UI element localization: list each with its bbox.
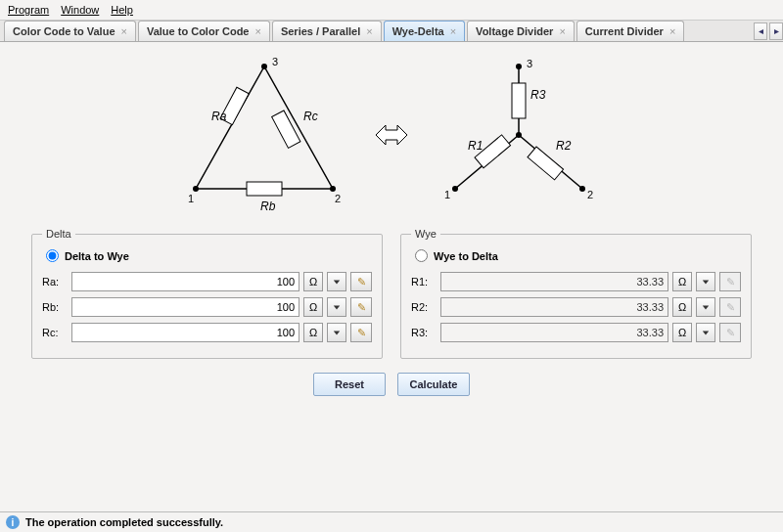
svg-marker-18 <box>334 280 340 284</box>
svg-point-13 <box>452 186 458 192</box>
close-icon[interactable]: × <box>254 25 260 37</box>
tab-scroll-right[interactable]: ▸ <box>769 22 783 40</box>
svg-point-2 <box>193 186 199 192</box>
r1-row: R1: Ω ✎ <box>411 272 741 291</box>
tab-current-divider[interactable]: Current Divider × <box>576 21 685 41</box>
rc-label: Rc: <box>42 327 68 338</box>
tab-wye-delta[interactable]: Wye-Delta × <box>384 21 465 41</box>
label-rc: Rc <box>303 110 318 123</box>
status-text: The operation completed successfully. <box>25 516 223 528</box>
calculate-button[interactable]: Calculate <box>397 373 470 396</box>
r2-row: R2: Ω ✎ <box>411 297 741 317</box>
rb-unit[interactable]: Ω <box>303 297 323 317</box>
rb-input[interactable] <box>71 297 299 317</box>
r1-unit-dropdown[interactable] <box>696 272 715 291</box>
close-icon[interactable]: × <box>121 25 127 37</box>
r1-clear-button: ✎ <box>719 272 741 291</box>
close-icon[interactable]: × <box>559 25 565 37</box>
node-1: 1 <box>188 193 194 204</box>
tab-scroll-left[interactable]: ◂ <box>754 22 767 40</box>
close-icon[interactable]: × <box>450 25 456 37</box>
close-icon[interactable]: × <box>366 25 372 37</box>
delta-legend: Delta <box>42 228 75 240</box>
r3-row: R3: Ω ✎ <box>411 323 741 342</box>
svg-rect-6 <box>247 182 282 196</box>
action-buttons: Reset Calculate <box>20 373 763 396</box>
r2-unit[interactable]: Ω <box>672 297 692 317</box>
delta-to-wye-radio-row[interactable]: Delta to Wye <box>46 249 372 262</box>
svg-point-14 <box>579 186 585 192</box>
tab-label: Voltage Divider <box>476 25 553 37</box>
label-r3: R3 <box>530 88 546 102</box>
r3-unit-dropdown[interactable] <box>696 323 715 342</box>
tab-value-to-color-code[interactable]: Value to Color Code × <box>138 21 270 41</box>
rc-input[interactable] <box>71 323 299 342</box>
r3-unit[interactable]: Ω <box>672 323 692 342</box>
tab-label: Value to Color Code <box>147 25 250 37</box>
ra-unit[interactable]: Ω <box>303 272 323 291</box>
r2-label: R2: <box>411 301 437 313</box>
svg-point-3 <box>330 186 336 192</box>
svg-point-12 <box>516 132 522 138</box>
svg-marker-0 <box>196 66 333 189</box>
wye-to-delta-radio[interactable] <box>415 249 428 262</box>
tab-series-parallel[interactable]: Series / Parallel × <box>272 21 382 41</box>
status-bar: i The operation completed successfully. <box>0 511 783 532</box>
r1-unit[interactable]: Ω <box>672 272 692 291</box>
tab-nav: ◂ ▸ <box>752 21 783 41</box>
content-area: Ra Rc Rb 3 1 2 R3 R1 R2 <box>0 42 783 396</box>
reset-button[interactable]: Reset <box>313 373 386 396</box>
diagram-row: Ra Rc Rb 3 1 2 R3 R1 R2 <box>20 52 763 218</box>
svg-rect-15 <box>512 83 526 118</box>
svg-point-1 <box>261 64 267 69</box>
r2-unit-dropdown[interactable] <box>696 297 715 317</box>
wye-diagram: R3 R1 R2 3 1 2 <box>421 52 617 218</box>
label-rb: Rb <box>260 200 276 213</box>
label-r1: R1 <box>468 139 483 153</box>
node-2: 2 <box>587 189 593 200</box>
delta-panel: Delta Delta to Wye Ra: Ω ✎ Rb: Ω ✎ Rc: <box>31 228 383 359</box>
rb-row: Rb: Ω ✎ <box>42 297 372 317</box>
radio-label: Wye to Delta <box>434 250 498 262</box>
r3-label: R3: <box>411 327 437 338</box>
svg-point-11 <box>516 64 522 69</box>
tab-label: Series / Parallel <box>281 25 360 37</box>
svg-marker-21 <box>703 280 709 284</box>
tab-label: Wye-Delta <box>392 25 444 37</box>
ra-row: Ra: Ω ✎ <box>42 272 372 291</box>
rb-unit-dropdown[interactable] <box>327 297 346 317</box>
r1-output <box>440 272 668 291</box>
rb-label: Rb: <box>42 301 68 313</box>
wye-to-delta-radio-row[interactable]: Wye to Delta <box>415 249 741 262</box>
rc-unit-dropdown[interactable] <box>327 323 346 342</box>
tab-color-code-to-value[interactable]: Color Code to Value × <box>4 21 136 41</box>
r2-clear-button: ✎ <box>719 297 741 317</box>
rc-unit[interactable]: Ω <box>303 323 323 342</box>
ra-unit-dropdown[interactable] <box>327 272 346 291</box>
rb-clear-button[interactable]: ✎ <box>350 297 372 317</box>
rc-row: Rc: Ω ✎ <box>42 323 372 342</box>
tab-bar: Color Code to Value × Value to Color Cod… <box>0 21 783 42</box>
ra-clear-button[interactable]: ✎ <box>350 272 372 291</box>
bidirectional-arrow-icon <box>372 52 411 218</box>
wye-panel: Wye Wye to Delta R1: Ω ✎ R2: Ω ✎ R3: <box>400 228 752 359</box>
node-1: 1 <box>444 189 450 200</box>
menu-program[interactable]: Program <box>8 4 49 16</box>
node-3: 3 <box>272 56 278 67</box>
r1-label: R1: <box>411 276 437 288</box>
svg-marker-22 <box>703 305 709 309</box>
tab-label: Color Code to Value <box>13 25 115 37</box>
menu-help[interactable]: Help <box>111 4 133 16</box>
menu-window[interactable]: Window <box>61 4 99 16</box>
delta-to-wye-radio[interactable] <box>46 249 59 262</box>
svg-marker-20 <box>334 331 340 334</box>
ra-input[interactable] <box>71 272 299 291</box>
close-icon[interactable]: × <box>669 25 675 37</box>
svg-marker-23 <box>703 331 709 334</box>
node-2: 2 <box>335 193 341 204</box>
ra-label: Ra: <box>42 276 68 288</box>
r2-output <box>440 297 668 317</box>
tab-voltage-divider[interactable]: Voltage Divider × <box>467 21 575 41</box>
wye-legend: Wye <box>411 228 440 240</box>
rc-clear-button[interactable]: ✎ <box>350 323 372 342</box>
